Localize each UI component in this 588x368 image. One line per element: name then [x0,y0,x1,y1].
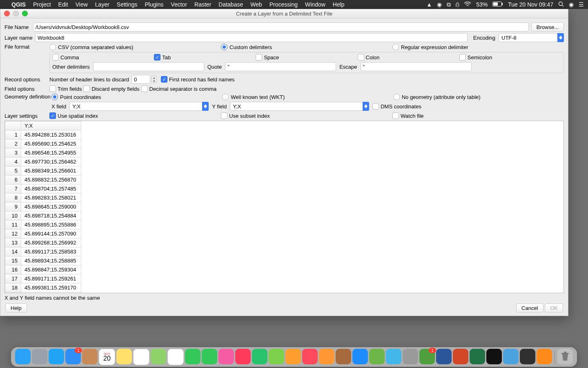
dock-launchpad[interactable] [32,349,47,364]
dock-trash[interactable] [557,349,573,364]
menu-help[interactable]: Help [333,1,345,8]
cancel-button[interactable]: Cancel [516,303,543,312]
dock-itunes[interactable] [218,349,234,364]
other-delim-input[interactable] [93,62,204,71]
dock-photos[interactable] [167,349,184,365]
table-row[interactable]: 1045.898718;15.254884 [5,211,81,220]
dock-notes[interactable] [116,349,132,364]
menu-web[interactable]: Web [250,1,262,8]
dock-photobooth[interactable] [336,349,351,364]
table-row[interactable]: 745.898704;15.257485 [5,184,81,193]
dock-powerpoint[interactable] [453,349,468,364]
dock-music[interactable] [302,349,318,364]
format-regex-radio[interactable]: Regular expression delimiter [392,44,564,50]
table-row[interactable]: 545.898349;15.256601 [5,166,81,175]
escape-input[interactable] [361,62,472,71]
battery-icon[interactable] [492,1,503,8]
ok-button[interactable]: OK [545,303,563,312]
dock-vlc[interactable] [537,349,552,364]
app-menu[interactable]: QGIS [11,1,26,8]
notification-icon[interactable]: ☰ [579,1,584,8]
printer-icon[interactable]: ⎙ [456,1,459,8]
dock[interactable]: 1NOV201 [11,347,577,367]
preview-table[interactable]: Y;X 145.894288;15.253016245.895690;15.25… [4,121,564,293]
menu-view[interactable]: View [76,1,88,8]
dock-system[interactable] [403,349,418,364]
layer-name-input[interactable] [35,33,468,42]
table-row[interactable]: 1645.898847;15.259304 [5,265,81,274]
table-row[interactable]: 145.894288;15.253016 [5,130,81,139]
dock-pages[interactable] [285,349,301,364]
dock-calendar[interactable]: NOV20 [99,349,115,365]
dock-numbers[interactable] [252,349,267,364]
delim-comma-check[interactable]: Comma [52,54,154,61]
geom-point-radio[interactable]: Point coordinates [51,94,222,100]
wifi-icon[interactable] [464,1,471,8]
table-row[interactable]: 1345.899268;15.256992 [5,238,81,247]
table-row[interactable]: 1745.899171;15.259261 [5,274,81,283]
table-row[interactable]: 245.895690;15.254625 [5,139,81,148]
menu-layer[interactable]: Layer [95,1,109,8]
dms-check[interactable]: DMS coordinates [372,103,421,110]
header-lines-stepper[interactable]: ▲▼ [131,75,157,84]
help-button[interactable]: Help [5,303,27,312]
table-row[interactable]: 1845.899381;15.259170 [5,283,81,292]
menu-database[interactable]: Database [218,1,243,8]
menu-processing[interactable]: Processing [270,1,298,8]
decimal-comma-check[interactable]: Decimal separator is comma [141,85,217,92]
delim-semicolon-check[interactable]: Semicolon [459,54,561,61]
table-row[interactable]: 645.898832;15.256870 [5,175,81,184]
menu-window[interactable]: Window [305,1,325,8]
clock[interactable]: Tue 20 Nov 09:47 [508,1,553,8]
spotlight-icon[interactable] [558,1,564,8]
cloud-icon[interactable]: ◉ [437,1,442,8]
dropbox-icon[interactable]: ⧉ [447,1,451,8]
menu-project[interactable]: Project [33,1,51,8]
table-row[interactable]: 445.897730;15.256462 [5,157,81,166]
delim-colon-check[interactable]: Colon [358,54,459,61]
format-custom-radio[interactable]: Custom delimiters [221,44,392,50]
menu-plugins[interactable]: Plugins [145,1,163,8]
table-row[interactable]: 1145.898895;15.255886 [5,220,81,229]
dock-ibooks[interactable] [319,349,334,364]
discard-empty-check[interactable]: Discard empty fields [83,85,139,92]
table-row[interactable]: 945.898645;15.259000 [5,202,81,211]
dock-app2[interactable] [486,349,502,364]
dock-safari[interactable] [49,349,64,364]
table-row[interactable]: 1445.899117;15.258583 [5,247,81,256]
menu-vector[interactable]: Vector [171,1,187,8]
yfield-select[interactable]: Y;X [230,102,369,111]
browse-button[interactable]: Browse... [531,22,564,31]
format-csv-radio[interactable]: CSV (comma separated values) [49,44,221,50]
table-row[interactable]: 1945.899542;15.259756 [5,292,81,294]
table-row[interactable]: 1245.899144;15.257090 [5,229,81,238]
dock-word[interactable] [436,349,452,364]
encoding-select[interactable]: UTF-8 [499,33,564,42]
watch-file-check[interactable]: Watch file [392,112,564,119]
dock-excel[interactable] [470,349,485,364]
trim-fields-check[interactable]: Trim fields [49,85,82,92]
quote-input[interactable] [225,62,336,71]
dock-appstore[interactable] [352,349,368,364]
dock-utorrent[interactable] [269,349,284,364]
menu-raster[interactable]: Raster [194,1,211,8]
dock-app1[interactable]: 1 [419,349,435,364]
dock-reminders[interactable] [133,349,149,365]
geom-none-radio[interactable]: No geometry (attribute only table) [393,94,564,100]
delim-space-check[interactable]: Space [256,54,357,61]
first-record-check[interactable]: First record has field names [161,76,234,83]
dock-facetime[interactable] [202,349,217,364]
delim-tab-check[interactable]: Tab [154,54,256,61]
menu-edit[interactable]: Edit [58,1,68,8]
dock-preview[interactable] [503,349,519,364]
spatial-index-check[interactable]: Use spatial index [49,112,221,119]
xfield-select[interactable]: Y;X [69,102,209,111]
file-name-input[interactable] [33,22,529,31]
dock-skype[interactable] [386,349,401,364]
dock-mail[interactable]: 1 [65,349,81,364]
dock-finder[interactable] [15,349,31,364]
siri-icon[interactable]: ◉ [569,1,574,8]
dock-qgis[interactable] [369,349,385,364]
dock-maps[interactable] [151,349,166,364]
vlc-icon[interactable]: ▲ [426,1,432,8]
